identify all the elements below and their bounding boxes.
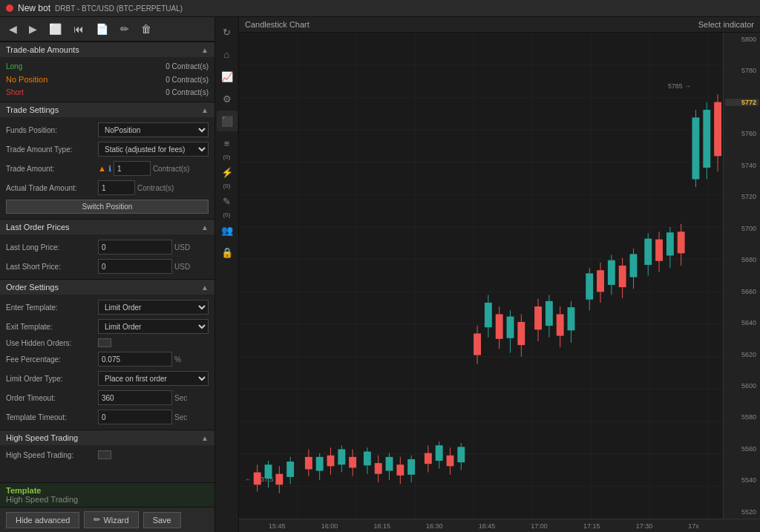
last-order-prices-section: Last Long Price: USD Last Short Price: U… bbox=[0, 234, 214, 279]
actual-trade-amount-unit: Contract(s) bbox=[137, 184, 174, 192]
svg-rect-28 bbox=[275, 474, 283, 485]
trade-amounts-header[interactable]: Trade-able Amounts ▲ bbox=[0, 42, 214, 57]
template-timeout-input[interactable] bbox=[98, 410, 172, 424]
long-value: 0 Contract(s) bbox=[166, 62, 209, 70]
order-timeout-label: Order Timeout: bbox=[6, 394, 95, 402]
alert-icon-btn[interactable]: ⬛ bbox=[217, 111, 238, 131]
order-timeout-unit: Sec bbox=[174, 394, 187, 402]
svg-rect-92 bbox=[666, 232, 674, 255]
price-tick-5580: 5580 bbox=[725, 413, 759, 421]
chart-icon-btn[interactable]: 📈 bbox=[217, 66, 238, 87]
last-short-price-control: USD bbox=[98, 259, 209, 274]
short-label: Short bbox=[6, 88, 24, 96]
order-settings-header[interactable]: Order Settings ▲ bbox=[0, 279, 214, 295]
fee-percentage-row: Fee Percentage: % bbox=[0, 349, 214, 369]
last-long-price-row: Last Long Price: USD bbox=[0, 237, 214, 257]
stats-icon-btn[interactable]: ≡ bbox=[217, 133, 238, 154]
switch-position-button[interactable]: Switch Position bbox=[6, 200, 209, 214]
copy-button[interactable]: ⬜ bbox=[46, 22, 65, 36]
trade-amount-type-row: Trade Amount Type: Static (adjusted for … bbox=[0, 139, 214, 159]
time-tick-1615: 16:15 bbox=[373, 522, 390, 530]
short-value: 0 Contract(s) bbox=[166, 88, 209, 96]
price-tick-5760: 5760 bbox=[725, 130, 759, 137]
actual-trade-amount-control: Contract(s) bbox=[98, 180, 209, 195]
enter-template-select[interactable]: Limit Order bbox=[98, 300, 209, 315]
back-button[interactable]: ◀ bbox=[6, 22, 20, 36]
chart-canvas: .candle-bull { fill: #26a69a; stroke: #2… bbox=[239, 33, 760, 519]
use-hidden-orders-label: Use Hidden Orders: bbox=[6, 339, 95, 347]
short-row: Short 0 Contract(s) bbox=[0, 86, 214, 99]
fee-percentage-input[interactable] bbox=[98, 352, 172, 367]
svg-rect-82 bbox=[608, 260, 615, 285]
save-button[interactable]: Save bbox=[143, 512, 181, 528]
select-indicator[interactable]: Select indicator bbox=[698, 20, 754, 29]
refresh-icon-btn[interactable]: ↻ bbox=[217, 22, 238, 42]
delete-button[interactable]: 🗑 bbox=[138, 22, 154, 36]
high-speed-trading-chevron: ▲ bbox=[201, 434, 209, 442]
trade-amount-type-control: Static (adjusted for fees) bbox=[98, 142, 209, 157]
window-subtitle: DRBT - BTC/USD (BTC-PERPETUAL) bbox=[55, 4, 183, 13]
leaf-icon-btn[interactable]: ✎ bbox=[217, 191, 238, 211]
svg-rect-90 bbox=[655, 240, 663, 261]
limit-order-type-row: Limit Order Type: Place on first order bbox=[0, 369, 214, 388]
actual-trade-amount-input[interactable] bbox=[98, 180, 135, 195]
candlestick-chart: .candle-bull { fill: #26a69a; stroke: #2… bbox=[239, 33, 723, 519]
wizard-button[interactable]: ✏ Wizard bbox=[84, 511, 138, 528]
last-long-price-input[interactable] bbox=[98, 240, 172, 254]
sync-icon-btn[interactable]: ⚙ bbox=[217, 88, 238, 109]
price-tick-current: 5772 bbox=[725, 99, 759, 106]
funds-position-row: Funds Position: NoPosition bbox=[0, 120, 214, 139]
price-tick-5640: 5640 bbox=[725, 319, 759, 326]
no-position-label: No Position bbox=[6, 75, 48, 84]
exit-template-label: Exit Template: bbox=[6, 323, 95, 331]
funds-position-select[interactable]: NoPosition bbox=[98, 122, 209, 137]
home-icon-btn[interactable]: ⌂ bbox=[217, 44, 238, 65]
limit-order-type-select[interactable]: Place on first order bbox=[98, 371, 209, 386]
svg-rect-62 bbox=[485, 303, 492, 327]
time-tick-1545: 15:45 bbox=[269, 522, 286, 530]
order-settings-label: Order Settings bbox=[6, 283, 59, 292]
trade-amount-input[interactable] bbox=[114, 161, 151, 176]
wand-icon: ✏ bbox=[94, 515, 100, 525]
hide-advanced-button[interactable]: Hide advanced bbox=[6, 512, 79, 528]
price-tick-5660: 5660 bbox=[725, 288, 759, 295]
first-button[interactable]: ⏮ bbox=[71, 22, 87, 36]
exit-template-row: Exit Template: Limit Order bbox=[0, 317, 214, 336]
svg-rect-42 bbox=[364, 452, 371, 466]
lightning-icon-btn[interactable]: ⚡ bbox=[217, 162, 238, 183]
no-position-value: 0 Contract(s) bbox=[166, 76, 209, 84]
svg-rect-48 bbox=[396, 464, 404, 476]
price-tick-5520: 5520 bbox=[725, 508, 759, 516]
svg-rect-58 bbox=[457, 447, 465, 462]
use-hidden-orders-row: Use Hidden Orders: bbox=[0, 336, 214, 349]
trade-amount-type-select[interactable]: Static (adjusted for fees) bbox=[98, 142, 209, 157]
svg-rect-64 bbox=[496, 314, 503, 338]
limit-order-type-control: Place on first order bbox=[98, 371, 209, 386]
new-button[interactable]: 📄 bbox=[93, 22, 111, 36]
use-hidden-orders-checkbox[interactable] bbox=[98, 338, 111, 347]
people-icon-btn[interactable]: 👥 bbox=[217, 220, 238, 240]
order-timeout-input[interactable] bbox=[98, 390, 172, 405]
template-label: Template bbox=[6, 486, 209, 495]
time-tick-17x: 17x bbox=[688, 522, 699, 530]
lock-icon-btn[interactable]: 🔒 bbox=[217, 242, 238, 263]
last-short-price-label: Last Short Price: bbox=[6, 263, 95, 271]
trade-settings-header[interactable]: Trade Settings ▲ bbox=[0, 102, 214, 117]
chart-header: Candlestick Chart Select indicator bbox=[239, 17, 760, 33]
high-speed-trading-header[interactable]: High Speed Trading ▲ bbox=[0, 430, 214, 445]
svg-rect-84 bbox=[619, 266, 626, 287]
fee-percentage-unit: % bbox=[174, 355, 181, 364]
svg-rect-56 bbox=[447, 456, 454, 467]
trade-settings-section: Funds Position: NoPosition Trade Amount … bbox=[0, 117, 214, 219]
svg-rect-26 bbox=[265, 464, 272, 479]
last-long-price-unit: USD bbox=[174, 243, 190, 252]
bottom-bar: Hide advanced ✏ Wizard Save bbox=[0, 507, 214, 532]
play-button[interactable]: ▶ bbox=[26, 22, 40, 36]
last-order-prices-header[interactable]: Last Order Prices ▲ bbox=[0, 219, 214, 234]
edit-button[interactable]: ✏ bbox=[117, 22, 132, 36]
exit-template-select[interactable]: Limit Order bbox=[98, 319, 209, 334]
svg-rect-94 bbox=[678, 231, 685, 253]
high-speed-trading-checkbox[interactable] bbox=[98, 450, 111, 459]
svg-rect-66 bbox=[507, 317, 514, 338]
last-short-price-input[interactable] bbox=[98, 259, 172, 274]
